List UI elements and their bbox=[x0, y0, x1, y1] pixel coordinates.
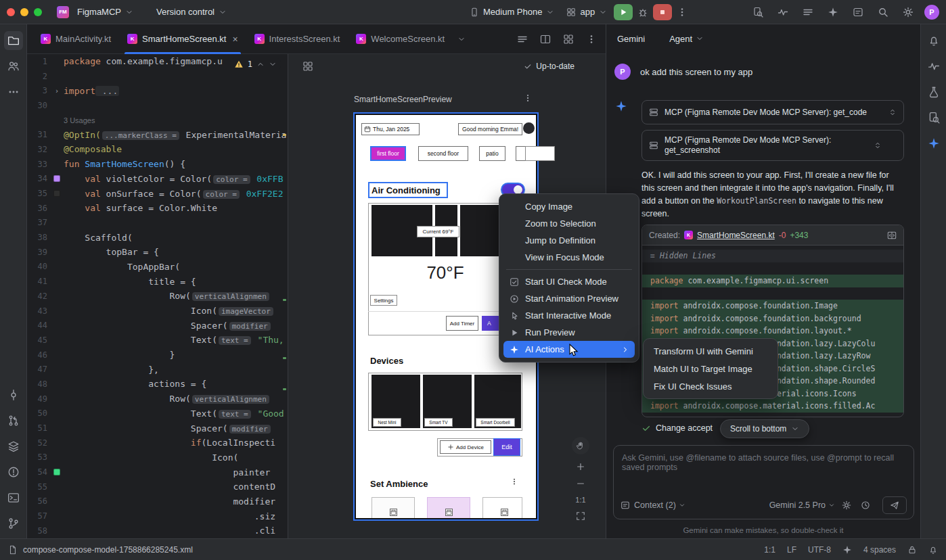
more-run-actions-button[interactable] bbox=[673, 4, 691, 20]
context-selector[interactable]: Context (2) bbox=[634, 500, 685, 510]
split-editor-button[interactable] bbox=[537, 31, 554, 47]
collaboration-tool-button[interactable] bbox=[4, 57, 23, 76]
vcs-widget[interactable]: Version control bbox=[151, 4, 232, 20]
preview-name-label[interactable]: SmartHomeScreenPreview bbox=[354, 95, 452, 104]
editor-layout-button[interactable] bbox=[560, 31, 577, 47]
menu-item-copy-image[interactable]: Copy Image bbox=[503, 198, 635, 215]
editor-options-button[interactable] bbox=[583, 31, 600, 47]
editor-list-button[interactable] bbox=[514, 31, 531, 47]
error-stripe-mark[interactable] bbox=[283, 299, 286, 301]
indent-setting[interactable]: 4 spaces bbox=[863, 545, 896, 555]
add-device-button[interactable]: Add Device bbox=[440, 440, 491, 454]
notifications-icon[interactable] bbox=[928, 545, 938, 555]
profiler-tool-button[interactable] bbox=[924, 57, 943, 76]
menu-item-transform-ui-with-gemini[interactable]: Transform UI with Gemini bbox=[647, 342, 774, 360]
menu-item-jump-to-definition[interactable]: Jump to Definition bbox=[503, 232, 635, 249]
experiments-tool-button[interactable] bbox=[924, 83, 943, 101]
ambience-options-button[interactable] bbox=[510, 477, 518, 486]
scroll-to-bottom-button[interactable]: Scroll to bottom bbox=[720, 419, 809, 438]
tab-smarthomescreen[interactable]: K SmartHomeScreen.kt × bbox=[119, 24, 246, 54]
menu-item-start-animation-preview[interactable]: Start Animation Preview bbox=[503, 290, 635, 307]
tool-call-get-screenshot[interactable]: MCP (Figma Remote Dev Mode MCP Server): … bbox=[641, 130, 904, 161]
preview-grid-button[interactable] bbox=[299, 58, 317, 74]
tab-mainactivity[interactable]: K MainActivity.kt bbox=[32, 24, 119, 54]
expand-collapse-icon[interactable] bbox=[874, 141, 882, 149]
minimize-window-button[interactable] bbox=[20, 8, 28, 16]
menu-item-zoom-to-selection[interactable]: Zoom to Selection bbox=[503, 215, 635, 232]
color-swatch[interactable] bbox=[53, 175, 60, 182]
zoom-out-button[interactable] bbox=[576, 479, 585, 488]
open-diff-icon[interactable] bbox=[887, 231, 897, 240]
date-chip[interactable]: Thu, Jan 2025 bbox=[361, 123, 420, 135]
error-stripe-mark[interactable] bbox=[283, 134, 286, 136]
tool-call-get-code[interactable]: MCP (Figma Remote Dev Mode MCP Server): … bbox=[641, 100, 904, 124]
commit-tool-button[interactable] bbox=[4, 386, 23, 404]
selection-handle[interactable] bbox=[525, 146, 555, 161]
notifications-tool-button[interactable] bbox=[924, 31, 943, 50]
search-everywhere-button[interactable] bbox=[874, 4, 892, 20]
running-devices-button[interactable] bbox=[749, 4, 767, 20]
cursor-position[interactable]: 1:1 bbox=[764, 545, 775, 555]
tab-interestsscreen[interactable]: K InterestsScreen.kt bbox=[246, 24, 348, 54]
user-avatar[interactable] bbox=[523, 122, 535, 134]
gemini-tool-button[interactable] bbox=[924, 134, 943, 153]
gemini-settings-button[interactable] bbox=[839, 497, 854, 513]
pan-button[interactable] bbox=[572, 437, 589, 454]
menu-item-match-ui-to-target-image[interactable]: Match UI to Target Image bbox=[647, 360, 774, 377]
more-tool-windows-button[interactable] bbox=[4, 83, 23, 101]
gemini-prompt-input[interactable] bbox=[614, 446, 914, 485]
pull-requests-tool-button[interactable] bbox=[4, 411, 23, 430]
line-separator[interactable]: LF bbox=[787, 545, 796, 555]
menu-item-run-preview[interactable]: Run Preview bbox=[503, 324, 635, 341]
chip-second-floor[interactable]: second floor bbox=[418, 146, 468, 161]
ai-status-icon[interactable] bbox=[842, 545, 852, 555]
tab-gemini[interactable]: Gemini bbox=[617, 34, 645, 44]
add-timer-button[interactable]: Add Timer bbox=[446, 316, 478, 331]
ai-assistant-button[interactable] bbox=[824, 4, 842, 20]
history-button[interactable] bbox=[858, 497, 873, 513]
file-encoding[interactable]: UTF-8 bbox=[808, 545, 831, 555]
user-avatar[interactable]: P bbox=[924, 5, 939, 20]
debug-button[interactable] bbox=[634, 4, 652, 20]
error-stripe-mark[interactable] bbox=[283, 357, 286, 359]
chevron-up-icon[interactable] bbox=[256, 60, 265, 68]
close-window-button[interactable] bbox=[7, 8, 15, 16]
close-tab-icon[interactable]: × bbox=[232, 34, 238, 44]
code-editor[interactable]: 1package com.example.figmamcp.u23›import… bbox=[27, 54, 288, 538]
error-stripe-mark[interactable] bbox=[283, 388, 286, 390]
zoom-level[interactable]: 1:1 bbox=[575, 496, 585, 504]
send-button[interactable] bbox=[882, 496, 907, 514]
chevron-down-icon[interactable] bbox=[269, 60, 277, 68]
status-file[interactable]: compose-compose-model-1758866285245.xml bbox=[8, 545, 193, 555]
inspections-widget[interactable]: 1 bbox=[230, 58, 281, 70]
git-tool-button[interactable] bbox=[4, 514, 23, 533]
device-selector[interactable]: Medium Phone bbox=[464, 4, 560, 20]
terminal-tool-button[interactable] bbox=[4, 488, 23, 507]
project-selector[interactable]: FigmaMCP bbox=[72, 4, 139, 20]
edit-button[interactable]: Edit bbox=[494, 439, 520, 455]
comments-button[interactable] bbox=[849, 4, 867, 20]
layout-inspector-tool-button[interactable] bbox=[924, 108, 943, 127]
menu-item-view-in-focus-mode[interactable]: View in Focus Mode bbox=[503, 249, 635, 266]
model-selector[interactable]: Gemini 2.5 Pro bbox=[769, 500, 835, 510]
zoom-in-button[interactable] bbox=[576, 462, 585, 471]
chip-first-floor[interactable]: first floor bbox=[370, 146, 406, 161]
zoom-fit-button[interactable] bbox=[576, 511, 585, 521]
menu-item-start-ui-check-mode[interactable]: Start UI Check Mode bbox=[503, 273, 635, 290]
tab-agent[interactable]: Agent bbox=[669, 34, 704, 44]
stop-button[interactable] bbox=[653, 4, 672, 20]
lock-icon[interactable] bbox=[907, 545, 917, 555]
settings-button[interactable] bbox=[899, 4, 917, 20]
expand-collapse-icon[interactable] bbox=[888, 108, 897, 116]
zoom-window-button[interactable] bbox=[34, 8, 42, 16]
profiler-button[interactable] bbox=[774, 4, 792, 20]
color-swatch[interactable] bbox=[53, 469, 60, 475]
project-tool-button[interactable] bbox=[4, 31, 23, 50]
run-button[interactable] bbox=[614, 4, 633, 20]
hidden-tabs-button[interactable] bbox=[453, 31, 470, 47]
run-config-selector[interactable]: app bbox=[561, 4, 612, 20]
problems-tool-button[interactable] bbox=[4, 463, 23, 482]
menu-item-start-interactive-mode[interactable]: Start Interactive Mode bbox=[503, 307, 635, 324]
chip-patio[interactable]: patio bbox=[479, 146, 505, 161]
settings-label[interactable]: Settings bbox=[370, 295, 397, 306]
